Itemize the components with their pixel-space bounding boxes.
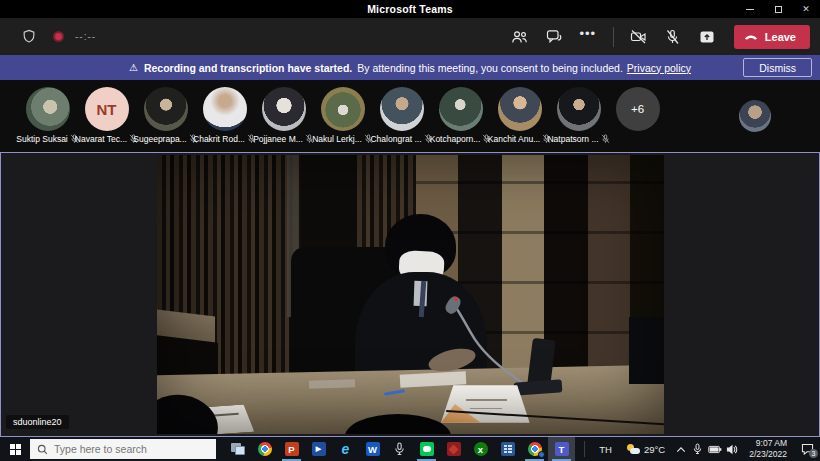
call-status-group: --:-- [16, 25, 96, 49]
tray-divider [584, 441, 585, 457]
volume-icon[interactable] [723, 437, 740, 461]
participant-avatar [262, 87, 306, 131]
participant-name: Kanchit Anu... [488, 134, 540, 144]
participant-label: Chalongrat ... [370, 134, 432, 144]
stage-video[interactable] [157, 155, 664, 434]
participant-label: Nakul Lerkj... [312, 134, 373, 144]
line-app-icon[interactable] [413, 437, 440, 461]
maximize-button[interactable] [764, 0, 792, 18]
voice-recorder-icon[interactable] [386, 437, 413, 461]
participant-name: Chakrit Rod... [193, 134, 245, 144]
windows-taskbar: P ▶ e W x T TH 29°C 9:07 A [0, 437, 820, 461]
participant-tile[interactable]: Kanchit Anu... [490, 80, 549, 144]
internet-explorer-icon[interactable]: e [332, 437, 359, 461]
overflow-count: +6 [616, 87, 660, 131]
camera-off-button[interactable] [626, 25, 652, 49]
taskbar-search[interactable] [30, 439, 216, 459]
minimize-button[interactable] [736, 0, 764, 18]
overflow-participants[interactable]: +6 [608, 80, 667, 131]
task-view-glyph [231, 443, 245, 455]
participant-name: Navarat Tec... [75, 134, 127, 144]
maximize-icon [775, 6, 782, 13]
close-button[interactable]: ✕ [792, 0, 820, 18]
participant-tile[interactable]: Chakrit Rod... [195, 80, 254, 144]
xbox-icon[interactable]: x [467, 437, 494, 461]
windows-logo-icon [10, 444, 21, 455]
participant-name: Chalongrat ... [370, 134, 421, 144]
participant-label: Kanchit Anu... [488, 134, 551, 144]
participant-avatar [557, 87, 601, 131]
participant-avatar [439, 87, 483, 131]
chrome-profile-icon[interactable] [521, 437, 548, 461]
participant-tile[interactable]: Sugeeprapa... [136, 80, 195, 144]
window-title: Microsoft Teams [0, 3, 820, 15]
participant-tile[interactable]: Kotchaporn... [431, 80, 490, 144]
hangup-icon [744, 33, 758, 40]
participant-label: Chakrit Rod... [193, 134, 256, 144]
privacy-policy-link[interactable]: Privacy policy [627, 62, 691, 74]
weather-widget[interactable]: 29°C [620, 444, 672, 455]
window-titlebar: Microsoft Teams ✕ [0, 0, 820, 18]
powerpoint-glyph: P [285, 442, 299, 456]
participant-tile[interactable]: NT Navarat Tec... [77, 80, 136, 144]
participant-avatar [380, 87, 424, 131]
notification-count-badge: 3 [809, 449, 818, 458]
search-icon [37, 444, 48, 455]
participant-avatar-initials: NT [85, 87, 129, 131]
participant-tile[interactable]: Suktip Suksai [18, 80, 77, 144]
presenter-name-chip: sduonline20 [6, 415, 69, 429]
participant-label: Suktip Suksai [16, 134, 79, 144]
banner-title: Recording and transcription have started… [144, 62, 352, 74]
self-video-thumbnail[interactable] [739, 100, 771, 132]
more-options-button[interactable]: ••• [575, 25, 601, 49]
participant-name: Natpatsorn ... [547, 134, 598, 144]
chat-button[interactable] [541, 25, 567, 49]
show-participants-button[interactable] [507, 25, 533, 49]
mic-off-button[interactable] [660, 25, 686, 49]
films-tv-icon[interactable]: ▶ [305, 437, 332, 461]
dismiss-button[interactable]: Dismiss [743, 58, 812, 77]
calculator-glyph [501, 442, 515, 456]
chrome-icon[interactable] [251, 437, 278, 461]
participant-tile[interactable]: Natpatsorn ... [549, 80, 608, 144]
participant-tile[interactable]: Nakul Lerkj... [313, 80, 372, 144]
clock-date: 2/23/2022 [749, 449, 787, 460]
red-media-app-icon[interactable] [440, 437, 467, 461]
action-center-button[interactable]: 3 [794, 437, 820, 461]
participant-tile[interactable]: Chalongrat ... [372, 80, 431, 144]
participant-avatar [203, 87, 247, 131]
meeting-timer: --:-- [75, 31, 96, 42]
search-input[interactable] [54, 443, 194, 455]
avatar-initials: NT [97, 101, 117, 118]
participant-label: Natpatsorn ... [547, 134, 609, 144]
participant-name: Suktip Suksai [16, 134, 68, 144]
tray-mic-icon[interactable] [689, 437, 706, 461]
participant-avatar [144, 87, 188, 131]
call-toolbar: --:-- ••• Leave [0, 18, 820, 55]
battery-icon[interactable] [706, 437, 723, 461]
word-icon[interactable]: W [359, 437, 386, 461]
participant-tile[interactable]: Pojjanee M... [254, 80, 313, 144]
participant-label: Sugeeprapa... [133, 134, 197, 144]
recording-indicator-icon [53, 31, 64, 42]
participant-label: Navarat Tec... [75, 134, 138, 144]
teams-app-icon[interactable]: T [548, 437, 575, 461]
language-indicator[interactable]: TH [591, 444, 620, 455]
window-controls: ✕ [736, 0, 820, 18]
calculator-icon[interactable] [494, 437, 521, 461]
meeting-shield-icon[interactable] [16, 25, 42, 49]
share-screen-button[interactable] [694, 25, 720, 49]
taskbar-clock[interactable]: 9:07 AM 2/23/2022 [740, 438, 794, 459]
show-hidden-icons-button[interactable] [672, 437, 689, 461]
start-button[interactable] [0, 437, 30, 461]
ie-glyph: e [339, 442, 353, 456]
mic-muted-icon [601, 134, 610, 144]
leave-button[interactable]: Leave [734, 25, 810, 49]
xbox-glyph: x [474, 442, 488, 456]
temperature: 29°C [644, 444, 665, 455]
clock-time: 9:07 AM [749, 438, 787, 449]
powerpoint-icon[interactable]: P [278, 437, 305, 461]
participant-avatar [26, 87, 70, 131]
participant-avatar [498, 87, 542, 131]
task-view-icon[interactable] [224, 437, 251, 461]
